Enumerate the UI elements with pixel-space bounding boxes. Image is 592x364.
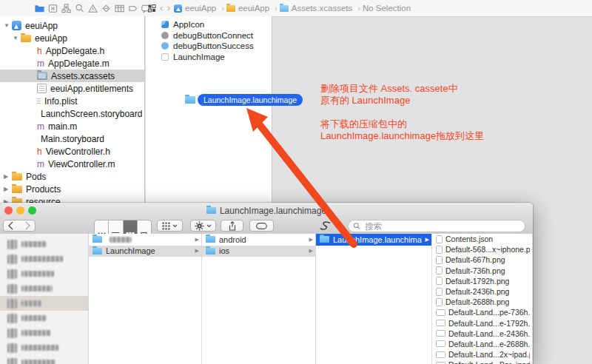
navigator-row[interactable]: ViewController.h <box>0 145 144 158</box>
search-field[interactable] <box>348 220 525 232</box>
file-icon <box>12 21 21 30</box>
action-menu-button[interactable] <box>190 220 216 232</box>
folder-icon <box>92 248 102 255</box>
file-row[interactable]: Default-2436h.png <box>432 286 532 297</box>
breadcrumb-item[interactable]: eeuiApp › <box>174 4 224 13</box>
navigator-row[interactable]: Assets.xcassets <box>0 70 144 82</box>
file-name: main.m <box>48 121 77 132</box>
file-row[interactable]: Default-Land...e-2688h.png <box>432 339 532 349</box>
navigator-row[interactable]: ViewController.m <box>0 158 144 170</box>
navigator-row[interactable]: AppDelegate.m <box>0 57 144 70</box>
navigator-row[interactable]: Info.plist <box>0 95 144 107</box>
asset-name: debugButtonConnect <box>173 31 253 40</box>
file-name: Default-Land...e-1792h.png <box>448 319 530 328</box>
finder-row[interactable]: LaunchImage.launchimage ▶ <box>316 234 431 246</box>
window-title: LaunchImage.launchimage <box>0 205 533 216</box>
jump-bar: ‹ › eeuiApp › eeuiApp › <box>148 0 592 16</box>
sidebar-item-censored[interactable] <box>0 281 88 296</box>
find-navigator-icon[interactable] <box>74 3 85 14</box>
file-name: Default-1792h.png <box>445 277 509 286</box>
chevron-down-icon <box>172 224 178 228</box>
file-icon <box>436 277 443 285</box>
navigator-row[interactable]: ▼ eeuiApp <box>0 32 144 44</box>
source-control-navigator-icon[interactable] <box>47 3 58 14</box>
arrange-menu-button[interactable] <box>157 220 183 232</box>
file-row[interactable]: Default-Land...pe-736h.png <box>432 307 532 317</box>
sidebar-icon <box>7 328 17 338</box>
sidebar-label-censored <box>21 256 63 262</box>
navigator-row[interactable]: ▶ Products <box>0 183 144 195</box>
navigator-row[interactable]: ▶ Pods <box>0 170 144 183</box>
tag-button[interactable] <box>249 220 274 232</box>
file-row[interactable]: Contents.json <box>432 234 532 244</box>
sidebar-item-censored[interactable] <box>0 311 88 326</box>
file-row[interactable]: Default-1792h.png <box>432 276 532 286</box>
disclosure-triangle-icon[interactable]: ▼ <box>4 22 12 29</box>
sidebar-item-censored[interactable] <box>0 326 88 340</box>
breadcrumb-item[interactable]: Assets.xcassets › <box>280 4 360 13</box>
finder-row[interactable]: ios ▶ <box>202 246 315 257</box>
test-navigator-icon[interactable] <box>101 3 112 14</box>
sidebar-item-censored[interactable] <box>0 340 88 355</box>
navigator-row[interactable]: Main.storyboard <box>0 132 144 145</box>
disclosure-triangle-icon[interactable]: ▼ <box>13 35 21 41</box>
sidebar-item-censored[interactable] <box>0 237 88 252</box>
breadcrumb-item[interactable]: No Selection › <box>363 4 411 13</box>
forward-chevron-icon[interactable]: › <box>166 3 171 13</box>
file-row[interactable]: Default-Land...e-1792h.png <box>432 318 532 328</box>
disclosure-triangle-icon[interactable]: ▶ <box>4 173 12 180</box>
disclosure-triangle-icon[interactable]: ▶ <box>4 186 12 192</box>
file-icon <box>37 72 47 80</box>
navigator-row[interactable]: main.m <box>0 120 144 132</box>
share-button[interactable] <box>221 220 243 232</box>
issue-navigator-icon[interactable] <box>87 3 98 14</box>
file-name: Info.plist <box>44 96 78 107</box>
item-name: android <box>219 235 246 244</box>
file-row[interactable]: Default-Land...Bar~ipad.png <box>432 360 532 364</box>
back-chevron-icon[interactable]: ‹ <box>159 3 164 13</box>
file-row[interactable]: Default-736h.png <box>432 266 532 276</box>
breakpoint-navigator-icon[interactable] <box>127 3 138 14</box>
navigator-row[interactable]: ▼ eeuiApp <box>0 19 144 32</box>
forward-button[interactable] <box>19 221 35 230</box>
project-navigator-icon[interactable] <box>34 3 45 14</box>
xcode-toolbar: ‹ › eeuiApp › eeuiApp › <box>0 0 592 17</box>
finder-row[interactable]: LaunchImage ▶ <box>89 246 201 257</box>
dragged-item[interactable]: LaunchImage.launchimage <box>185 94 303 106</box>
breadcrumb-label: eeuiApp <box>185 4 216 13</box>
debug-navigator-icon[interactable] <box>114 3 125 14</box>
breadcrumb-item[interactable]: eeuiApp › <box>226 4 278 13</box>
finder-row[interactable]: ▶ <box>89 234 201 246</box>
search-input[interactable] <box>363 221 520 232</box>
navigator-row[interactable]: eeuiApp.entitlements <box>0 82 144 95</box>
asset-row[interactable]: debugButtonConnect <box>146 30 272 41</box>
file-row[interactable]: Default-667h.png <box>432 255 532 265</box>
sidebar-item-censored[interactable] <box>0 296 88 311</box>
asset-row[interactable]: debugButtonSuccess <box>146 41 272 52</box>
asset-row[interactable]: LaunchImage <box>146 52 272 63</box>
finder-window: LaunchImage.launchimage <box>0 203 533 364</box>
symbol-navigator-icon[interactable] <box>61 3 72 14</box>
gear-icon <box>195 221 204 231</box>
folder-icon <box>185 96 195 104</box>
navigator-row[interactable]: LaunchScreen.storyboard <box>0 107 144 120</box>
breadcrumb-separator: › <box>357 4 360 13</box>
asset-row[interactable]: AppIcon <box>146 19 272 30</box>
extension-menu-button[interactable] <box>314 220 344 232</box>
finder-row[interactable]: android ▶ <box>202 234 315 246</box>
sidebar-item-censored[interactable] <box>0 252 88 266</box>
back-button[interactable] <box>4 221 19 230</box>
file-row[interactable]: Default-2688h.png <box>432 297 532 307</box>
file-name: eeuiApp.entitlements <box>50 84 133 94</box>
navigator-row[interactable]: AppDelegate.h <box>0 44 144 57</box>
asset-name: AppIcon <box>173 20 204 29</box>
file-icon <box>37 84 47 93</box>
sidebar-item-censored[interactable] <box>0 355 88 364</box>
sidebar-item-censored[interactable] <box>0 266 88 281</box>
file-row[interactable]: Default-568...x~iphone.png <box>432 244 532 255</box>
file-row[interactable]: Default-Land...2x~ipad.png <box>432 349 532 360</box>
breadcrumb-icon <box>174 4 182 13</box>
sidebar-icon <box>7 255 17 264</box>
related-items-icon[interactable] <box>148 4 156 13</box>
file-row[interactable]: Default-Land...e-2436h.png <box>432 328 532 339</box>
